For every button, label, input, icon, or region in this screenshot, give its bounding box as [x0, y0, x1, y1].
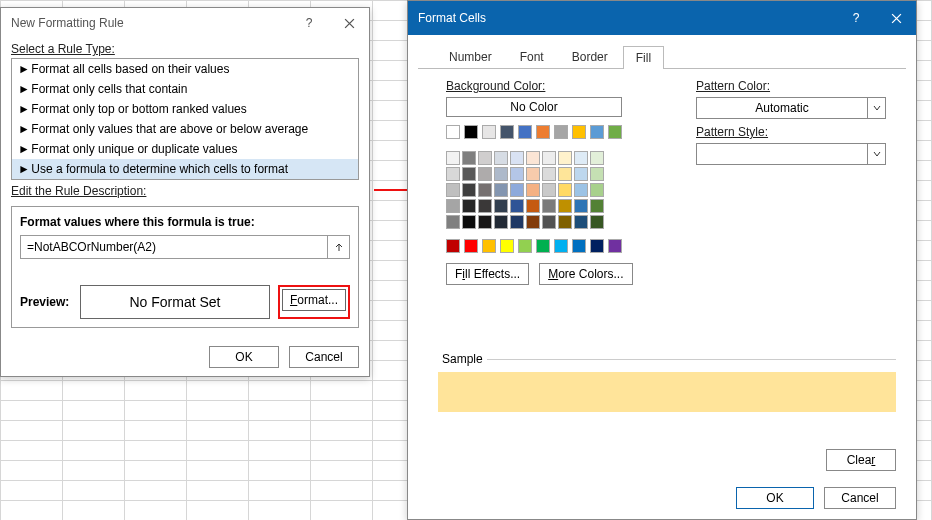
color-swatch[interactable]	[478, 167, 492, 181]
color-swatch[interactable]	[526, 151, 540, 165]
color-swatch[interactable]	[558, 167, 572, 181]
rule-type-item[interactable]: ► Format only cells that contain	[12, 79, 358, 99]
color-swatch[interactable]	[558, 183, 572, 197]
color-swatch[interactable]	[526, 183, 540, 197]
color-swatch[interactable]	[590, 199, 604, 213]
color-swatch[interactable]	[526, 167, 540, 181]
more-colors-button[interactable]: More Colors...	[539, 263, 632, 285]
tab-fill[interactable]: Fill	[623, 46, 664, 69]
color-swatch[interactable]	[574, 183, 588, 197]
rule-type-item[interactable]: ► Format all cells based on their values	[12, 59, 358, 79]
color-swatch[interactable]	[446, 183, 460, 197]
color-swatch[interactable]	[574, 167, 588, 181]
color-swatch[interactable]	[478, 199, 492, 213]
color-swatch[interactable]	[446, 239, 460, 253]
color-swatch[interactable]	[462, 199, 476, 213]
color-swatch[interactable]	[574, 199, 588, 213]
pattern-color-dropdown[interactable]: Automatic	[696, 97, 886, 119]
color-swatch[interactable]	[542, 151, 556, 165]
rule-type-item[interactable]: ► Format only top or bottom ranked value…	[12, 99, 358, 119]
color-swatch[interactable]	[478, 151, 492, 165]
format-button[interactable]: Format...	[282, 289, 346, 311]
color-swatch[interactable]	[526, 215, 540, 229]
ok-button[interactable]: OK	[209, 346, 279, 368]
color-swatch[interactable]	[542, 167, 556, 181]
color-swatch[interactable]	[494, 215, 508, 229]
color-swatch[interactable]	[554, 125, 568, 139]
color-swatch[interactable]	[558, 215, 572, 229]
color-swatch[interactable]	[510, 167, 524, 181]
clear-button[interactable]: Clear	[826, 449, 896, 471]
color-swatch[interactable]	[482, 125, 496, 139]
color-swatch[interactable]	[478, 215, 492, 229]
tab-font[interactable]: Font	[507, 45, 557, 68]
rule-type-item[interactable]: ► Use a formula to determine which cells…	[12, 159, 358, 179]
color-swatch[interactable]	[464, 125, 478, 139]
color-swatch[interactable]	[590, 215, 604, 229]
rule-type-item[interactable]: ► Format only values that are above or b…	[12, 119, 358, 139]
color-swatch[interactable]	[478, 183, 492, 197]
help-button[interactable]: ?	[289, 8, 329, 38]
color-swatch[interactable]	[590, 239, 604, 253]
color-swatch[interactable]	[510, 199, 524, 213]
color-swatch[interactable]	[558, 151, 572, 165]
color-swatch[interactable]	[572, 125, 586, 139]
dialog1-titlebar[interactable]: New Formatting Rule ?	[1, 8, 369, 38]
color-swatch[interactable]	[462, 183, 476, 197]
color-swatch[interactable]	[446, 199, 460, 213]
color-swatch[interactable]	[482, 239, 496, 253]
color-swatch[interactable]	[446, 215, 460, 229]
color-swatch[interactable]	[574, 215, 588, 229]
color-swatch[interactable]	[608, 125, 622, 139]
color-swatch[interactable]	[464, 239, 478, 253]
color-swatch[interactable]	[542, 215, 556, 229]
close-button[interactable]	[329, 8, 369, 38]
color-swatch[interactable]	[494, 167, 508, 181]
color-swatch[interactable]	[542, 199, 556, 213]
color-swatch[interactable]	[518, 239, 532, 253]
color-swatch[interactable]	[500, 239, 514, 253]
color-swatch[interactable]	[518, 125, 532, 139]
color-swatch[interactable]	[590, 167, 604, 181]
color-swatch[interactable]	[462, 167, 476, 181]
color-swatch[interactable]	[536, 239, 550, 253]
color-swatch[interactable]	[494, 183, 508, 197]
color-swatch[interactable]	[462, 215, 476, 229]
tab-border[interactable]: Border	[559, 45, 621, 68]
formula-input[interactable]	[21, 236, 327, 258]
color-swatch[interactable]	[510, 151, 524, 165]
range-selector-button[interactable]	[327, 236, 349, 258]
rule-type-item[interactable]: ► Format only unique or duplicate values	[12, 139, 358, 159]
color-swatch[interactable]	[574, 151, 588, 165]
dialog2-titlebar[interactable]: Format Cells ?	[408, 1, 916, 35]
color-swatch[interactable]	[590, 151, 604, 165]
ok-button[interactable]: OK	[736, 487, 814, 509]
color-swatch[interactable]	[572, 239, 586, 253]
color-swatch[interactable]	[462, 151, 476, 165]
rule-type-list[interactable]: ► Format all cells based on their values…	[11, 58, 359, 180]
close-button[interactable]	[876, 3, 916, 33]
color-swatch[interactable]	[446, 167, 460, 181]
color-swatch[interactable]	[590, 125, 604, 139]
pattern-style-dropdown[interactable]	[696, 143, 886, 165]
cancel-button[interactable]: Cancel	[824, 487, 896, 509]
color-swatch[interactable]	[494, 151, 508, 165]
color-swatch[interactable]	[558, 199, 572, 213]
color-swatch[interactable]	[494, 199, 508, 213]
color-swatch[interactable]	[542, 183, 556, 197]
color-swatch[interactable]	[526, 199, 540, 213]
color-swatch[interactable]	[446, 125, 460, 139]
color-swatch[interactable]	[554, 239, 568, 253]
color-swatch[interactable]	[446, 151, 460, 165]
no-color-button[interactable]: No Color	[446, 97, 622, 117]
cancel-button[interactable]: Cancel	[289, 346, 359, 368]
color-swatch[interactable]	[608, 239, 622, 253]
help-button[interactable]: ?	[836, 3, 876, 33]
color-swatch[interactable]	[510, 183, 524, 197]
color-swatch[interactable]	[500, 125, 514, 139]
color-swatch[interactable]	[510, 215, 524, 229]
color-swatch[interactable]	[590, 183, 604, 197]
tab-number[interactable]: Number	[436, 45, 505, 68]
fill-effects-button[interactable]: Fill Effects...	[446, 263, 529, 285]
color-swatch[interactable]	[536, 125, 550, 139]
